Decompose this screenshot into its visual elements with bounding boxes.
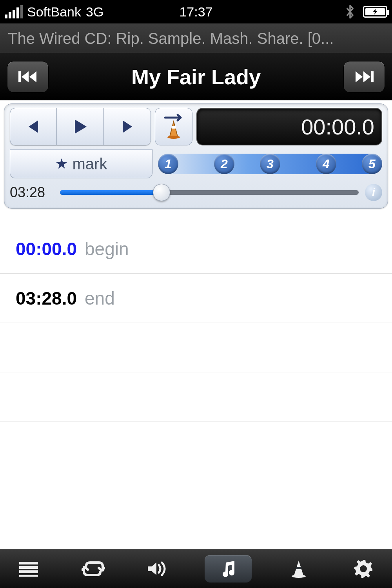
battery-icon — [363, 6, 387, 18]
svg-rect-5 — [19, 566, 38, 569]
speed-badge-5[interactable]: 5 — [362, 154, 382, 174]
speed-badge-bar: 1 2 3 4 5 — [158, 154, 382, 174]
list-icon — [18, 560, 40, 577]
status-time: 17:37 — [179, 4, 212, 20]
marker-row-end[interactable]: 03:28.0 end — [0, 274, 392, 323]
carrier-label: SoftBank — [27, 4, 81, 20]
list-item — [0, 372, 392, 422]
svg-rect-6 — [19, 570, 38, 573]
mark-button[interactable]: ★ mark — [10, 149, 152, 178]
settings-button[interactable] — [346, 555, 381, 583]
previous-track-button[interactable] — [7, 61, 49, 93]
progress-slider[interactable] — [60, 189, 359, 196]
svg-rect-1 — [371, 71, 374, 82]
playback-panel: 00:00.0 ★ mark 1 2 3 4 5 03:28 i — [4, 103, 388, 209]
playback-segment — [10, 108, 151, 145]
svg-point-9 — [292, 575, 306, 578]
speed-badge-3[interactable]: 3 — [260, 154, 280, 174]
charging-icon — [371, 9, 379, 15]
speed-badge-4[interactable]: 4 — [316, 154, 336, 174]
svg-rect-7 — [19, 575, 38, 577]
marker-label: end — [85, 288, 115, 309]
music-note-icon — [219, 559, 238, 578]
gear-icon — [354, 559, 373, 579]
cone-icon — [290, 559, 307, 579]
svg-rect-8 — [296, 567, 301, 569]
list-item — [0, 422, 392, 471]
next-track-button[interactable] — [343, 61, 385, 93]
svg-rect-2 — [172, 126, 176, 129]
triangle-right-icon — [120, 119, 134, 134]
svg-rect-0 — [18, 71, 21, 82]
mark-label: mark — [73, 155, 107, 173]
marker-time: 03:28.0 — [16, 288, 77, 309]
marker-list: 00:00.0 begin 03:28.0 end — [0, 224, 392, 471]
skip-forward-icon — [354, 70, 374, 84]
bottom-toolbar — [0, 549, 392, 588]
timer-display: 00:00.0 — [196, 108, 382, 145]
speed-badge-2[interactable]: 2 — [214, 154, 234, 174]
play-icon — [72, 118, 89, 135]
signal-strength-icon — [5, 5, 23, 18]
marker-label: begin — [85, 238, 129, 260]
svg-rect-4 — [19, 562, 38, 564]
skip-back-icon — [18, 70, 38, 84]
marker-row-begin[interactable]: 00:00.0 begin — [0, 224, 392, 274]
bluetooth-icon — [344, 4, 356, 20]
now-playing-button[interactable] — [205, 555, 252, 583]
repeat-marker-button[interactable] — [155, 108, 192, 145]
track-header: My Fair Lady — [0, 53, 392, 100]
album-title: The Wired CD: Rip. Sample. Mash. Share. … — [0, 24, 392, 53]
svg-point-3 — [167, 136, 180, 139]
play-button[interactable] — [57, 108, 104, 145]
repeat-icon — [82, 560, 105, 577]
rewind-button[interactable] — [10, 108, 57, 145]
info-button[interactable]: i — [365, 184, 382, 201]
track-title: My Fair Lady — [131, 65, 261, 89]
marker-time: 00:00.0 — [16, 238, 77, 260]
repeat-button[interactable] — [76, 555, 111, 583]
markers-tab-button[interactable] — [281, 555, 316, 583]
forward-button[interactable] — [104, 108, 151, 145]
star-icon: ★ — [55, 156, 68, 172]
elapsed-time: 03:28 — [10, 184, 54, 201]
speaker-icon — [146, 560, 170, 577]
slider-fill — [60, 190, 162, 195]
status-bar: SoftBank 3G 17:37 — [0, 0, 392, 24]
triangle-left-icon — [26, 119, 40, 134]
slider-thumb[interactable] — [153, 184, 170, 201]
volume-button[interactable] — [140, 555, 176, 583]
list-item — [0, 323, 392, 372]
speed-badge-1[interactable]: 1 — [158, 154, 178, 174]
network-type-label: 3G — [86, 4, 103, 20]
playlist-button[interactable] — [11, 555, 46, 583]
cone-arrow-icon — [161, 113, 186, 140]
